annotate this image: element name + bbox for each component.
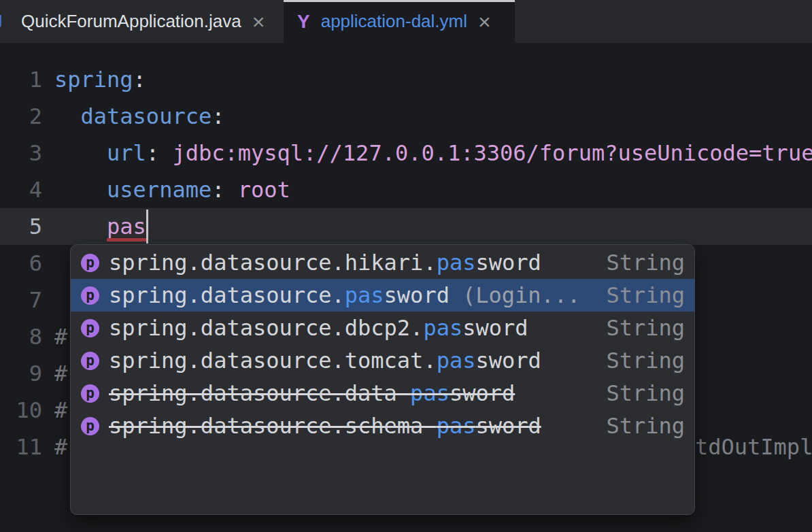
completion-item-name: spring.datasource.tomcat.password [109,348,541,373]
text-caret [146,210,148,244]
completion-item-name: spring.datasource.data-password [109,380,515,406]
token [159,140,172,166]
property-icon: p [81,254,99,272]
ide-window: J QuickForumApplication.java × Y applica… [0,0,812,532]
token: url [107,140,146,166]
code-text [42,287,54,313]
line-number: 9 [0,355,42,392]
completion-item[interactable]: pspring.datasource.dbcp2.passwordString [71,312,694,344]
line-number: 7 [0,282,42,318]
completion-item-type: String [606,413,685,439]
match-highlight: pas [437,348,476,373]
completion-item-name: spring.datasource.hikari.password [109,250,541,276]
token: # [54,361,67,386]
token [224,177,237,203]
completion-item-name: spring.datasource.password [109,282,450,308]
code-line[interactable]: 1spring: [0,61,812,98]
tab-title[interactable]: application-dal.yml [321,11,467,32]
token: : [146,140,159,166]
completion-item-type: String [606,315,685,341]
autocomplete-popup: pspring.datasource.hikari.passwordString… [70,244,695,515]
code-text: # [42,397,67,423]
token [54,103,81,129]
property-icon: p [81,319,99,337]
token: datasource [81,103,212,129]
token [54,177,107,203]
token: root [238,177,290,203]
completion-item[interactable]: pspring.datasource.hikari.passwordString [71,246,694,279]
completion-item[interactable]: pspring.datasource.data-passwordString [71,377,694,410]
token: # [54,324,67,350]
completion-item-name: spring.datasource.schema-password [109,413,541,439]
line-number: 4 [0,171,42,208]
token [54,214,107,239]
line-number: 1 [0,61,42,98]
token: # [54,397,67,423]
completion-item-type: String [606,380,685,406]
code-text: # [42,361,67,386]
line-number: 6 [0,245,42,282]
line-number: 8 [0,318,42,355]
match-highlight: pas [345,282,384,308]
line-number: 3 [0,135,42,171]
code-line[interactable]: 2 datasource: [0,98,812,135]
code-text: pas [42,214,148,239]
match-highlight: pas [437,250,476,276]
code-line[interactable]: 3 url: jdbc:mysql://127.0.0.1:3306/forum… [0,135,812,171]
code-text: username: root [42,177,290,203]
active-tab-top-indicator [284,0,515,2]
completion-item[interactable]: pspring.datasource.tomcat.passwordString [71,344,694,377]
code-text: spring: [42,67,146,93]
token: jdbc:mysql://127.0.0.1:3306/forum?useUni… [172,140,812,166]
java-file-icon: J [0,10,10,33]
line-number: 11 [0,429,42,465]
token: # [54,434,67,460]
code-text: # [42,324,67,350]
error-token: pas [107,214,146,239]
code-text: datasource: [42,103,224,129]
match-highlight: pas [423,315,462,341]
tab-application-dal-yml[interactable]: Y application-dal.yml × [284,0,515,43]
code-line[interactable]: 5 pas [0,208,812,245]
token: username [107,177,212,203]
completion-item-type: String [606,348,685,373]
completion-item-name: spring.datasource.dbcp2.password [109,315,528,341]
comment-text-fragment: tdOutImpl [695,429,812,465]
property-icon: p [81,352,99,370]
token: : [133,67,146,93]
tab-title[interactable]: QuickForumApplication.java [21,11,241,32]
line-number: 10 [0,392,42,429]
token [54,140,107,166]
completion-item[interactable]: pspring.datasource.schema-passwordString [71,410,694,442]
close-tab-icon[interactable]: × [478,11,491,33]
property-icon: p [81,417,99,435]
completion-item[interactable]: pspring.datasource.password(Login...Stri… [71,279,694,312]
match-highlight: pas [410,380,450,406]
line-number: 2 [0,98,42,135]
completion-item-type: String [606,250,685,276]
completion-item-hint: (Login... [462,282,580,308]
token: : [212,177,224,203]
completion-item-type: String [606,282,685,308]
code-line[interactable]: 4 username: root [0,171,812,208]
yaml-file-icon: Y [297,11,310,33]
token: : [212,103,224,129]
close-tab-icon[interactable]: × [252,11,265,33]
line-number: 5 [0,208,42,245]
tab-quickforumapplication-java[interactable]: J QuickForumApplication.java × [0,0,284,43]
token: spring [54,67,133,93]
match-highlight: pas [437,413,476,439]
code-text [42,250,54,276]
editor-tab-bar: J QuickForumApplication.java × Y applica… [0,0,812,43]
property-icon: p [81,384,99,403]
property-icon: p [81,286,99,305]
code-text: url: jdbc:mysql://127.0.0.1:3306/forum?u… [42,140,812,166]
code-text: # [42,434,67,460]
